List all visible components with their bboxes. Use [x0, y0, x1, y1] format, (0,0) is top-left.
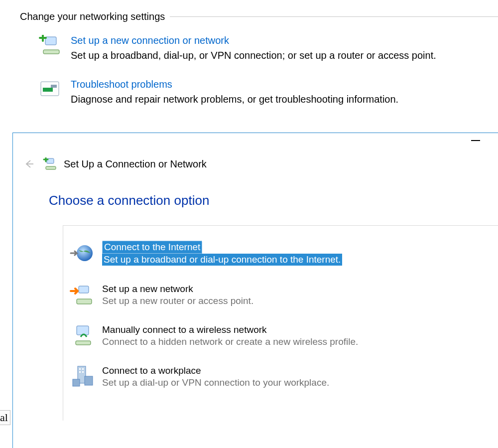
globe-icon	[68, 242, 96, 266]
svg-rect-9	[79, 286, 89, 293]
minimize-icon[interactable]	[471, 140, 480, 141]
wireless-icon	[68, 324, 96, 348]
option-setup-network[interactable]: Set up a new network Set up a new router…	[68, 278, 493, 319]
svg-rect-0	[45, 37, 56, 45]
svg-point-8	[77, 245, 93, 261]
cropped-fragment: al	[0, 410, 10, 425]
troubleshoot-desc: Diagnose and repair network problems, or…	[71, 92, 398, 106]
option-desc: Set up a dial-up or VPN connection to yo…	[102, 377, 329, 389]
svg-rect-17	[82, 368, 84, 370]
setup-connection-desc: Set up a broadband, dial-up, or VPN conn…	[71, 48, 436, 62]
option-title: Connect to a workplace	[102, 365, 329, 377]
svg-rect-12	[76, 341, 91, 345]
svg-rect-7	[46, 166, 56, 169]
wizard-options-list: Connect to the Internet Set up a broadba…	[63, 225, 498, 421]
setup-connection-title[interactable]: Set up a new connection or network	[71, 33, 436, 47]
troubleshoot-title[interactable]: Troubleshoot problems	[71, 77, 398, 91]
troubleshoot-item[interactable]: Troubleshoot problems Diagnose and repai…	[38, 77, 498, 106]
option-desc: Set up a broadband or dial-up connection…	[102, 254, 342, 266]
wizard-breadcrumb: Set Up a Connection or Network	[13, 155, 498, 171]
svg-rect-16	[79, 368, 81, 370]
wizard-titlebar	[13, 133, 498, 155]
svg-rect-19	[82, 371, 84, 373]
svg-rect-10	[77, 299, 92, 304]
svg-rect-15	[73, 379, 80, 386]
option-workplace[interactable]: Connect to a workplace Set up a dial-up …	[68, 360, 493, 401]
header-rule	[170, 16, 498, 17]
option-manual-wireless[interactable]: Manually connect to a wireless network C…	[68, 319, 493, 360]
setup-connection-icon	[38, 33, 62, 57]
wizard-title-icon	[43, 157, 57, 170]
back-arrow-icon[interactable]	[22, 157, 36, 171]
option-desc: Connect to a hidden network or create a …	[102, 336, 358, 348]
connection-wizard-window: Set Up a Connection or Network Choose a …	[12, 133, 498, 448]
svg-rect-1	[43, 50, 59, 54]
network-settings-section: Change your networking settings Set up a…	[0, 0, 498, 106]
svg-rect-18	[79, 371, 81, 373]
wizard-title: Set Up a Connection or Network	[64, 158, 207, 170]
setup-connection-item[interactable]: Set up a new connection or network Set u…	[38, 33, 498, 62]
svg-rect-11	[77, 326, 89, 335]
wizard-heading: Choose a connection option	[49, 193, 498, 208]
option-title: Connect to the Internet	[102, 241, 202, 254]
svg-rect-14	[85, 376, 93, 385]
workplace-icon	[68, 365, 96, 389]
svg-rect-5	[51, 85, 57, 88]
troubleshoot-icon	[38, 77, 62, 101]
section-header: Change your networking settings	[20, 11, 498, 22]
router-icon	[68, 283, 96, 307]
option-connect-internet[interactable]: Connect to the Internet Set up a broadba…	[68, 236, 493, 278]
section-title: Change your networking settings	[20, 11, 170, 22]
option-title: Set up a new network	[102, 283, 253, 295]
option-title: Manually connect to a wireless network	[102, 324, 358, 336]
svg-rect-4	[43, 88, 53, 92]
option-desc: Set up a new router or access point.	[102, 295, 253, 307]
